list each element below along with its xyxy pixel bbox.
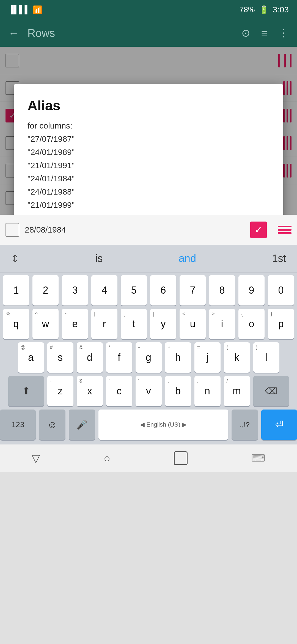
app-bar: ← Rows ⊙ ≡ ⋮ — [0, 19, 297, 47]
key-m[interactable]: /m — [224, 376, 250, 406]
suggestion-1st[interactable]: 1st — [272, 253, 286, 264]
key-w[interactable]: ^w — [32, 309, 59, 339]
column-5: "24/01/1988" — [28, 185, 270, 198]
mic-key[interactable]: 🎤 — [69, 410, 95, 440]
suggestion-expand-icon[interactable]: ⇕ — [11, 253, 19, 264]
emoji-key[interactable]: ☺ — [39, 410, 65, 440]
column-7: "24/01/1999" — [28, 212, 270, 215]
home-nav-button[interactable]: ○ — [104, 452, 110, 465]
key-k[interactable]: (k — [224, 342, 250, 373]
key-1[interactable]: 1 — [3, 275, 29, 305]
key-5[interactable]: 5 — [121, 275, 147, 305]
key-i[interactable]: >i — [209, 309, 235, 339]
status-left: ▐▌▌▌ 📶 — [8, 5, 42, 14]
key-s[interactable]: #s — [47, 342, 73, 373]
key-z[interactable]: -z — [47, 376, 73, 406]
key-y[interactable]: ]y — [150, 309, 176, 339]
keyboard: 1 2 3 4 5 6 7 8 9 0 %q ^w ~e |r [t ]y <u… — [0, 272, 297, 444]
dialog-title: Alias — [28, 98, 270, 114]
filter-button[interactable]: ≡ — [261, 27, 267, 39]
column-1: "27/07/1987" — [28, 132, 270, 146]
clock: 3:03 — [273, 5, 289, 14]
zxcv-row: ⬆ -z $x "c 'v :b ;n /m ⌫ — [0, 376, 297, 406]
key-c[interactable]: "c — [106, 376, 132, 406]
back-nav-button[interactable]: ▽ — [32, 452, 40, 465]
key-v[interactable]: 'v — [136, 376, 162, 406]
dialog-subtitle: for columns: "27/07/1987" "24/01/1989" "… — [28, 119, 270, 215]
row-check-icon[interactable]: ✓ — [250, 222, 267, 238]
navigation-bar: ▽ ○ ⌨ — [0, 444, 297, 472]
key-7[interactable]: 7 — [180, 275, 206, 305]
battery-level: 78% — [240, 5, 255, 14]
row-checkbox-last[interactable] — [6, 223, 19, 237]
page-title: Rows — [28, 27, 233, 39]
suggestion-is[interactable]: is — [95, 253, 103, 264]
key-2[interactable]: 2 — [32, 275, 59, 305]
row-date-last: 28/08/1984 — [25, 225, 250, 234]
key-r[interactable]: |r — [91, 309, 117, 339]
key-g[interactable]: -g — [136, 342, 162, 373]
key-3[interactable]: 3 — [62, 275, 88, 305]
key-o[interactable]: {o — [238, 309, 265, 339]
bottom-row: 123 ☺ 🎤 ◀ English (US) ▶ .,!? ⏎ — [0, 410, 297, 440]
key-j[interactable]: =j — [194, 342, 221, 373]
keyboard-suggestion-bar[interactable]: ⇕ is and 1st — [0, 245, 297, 272]
signal-icon: ▐▌▌▌ — [8, 5, 30, 14]
recents-nav-button[interactable] — [174, 451, 188, 465]
keyboard-nav-button[interactable]: ⌨ — [251, 452, 265, 464]
key-e[interactable]: ~e — [62, 309, 88, 339]
status-bar: ▐▌▌▌ 📶 78% 🔋 3:03 — [0, 0, 297, 19]
key-t[interactable]: [t — [121, 309, 147, 339]
back-button[interactable]: ← — [8, 27, 19, 39]
key-a[interactable]: @a — [18, 342, 44, 373]
number-row: 1 2 3 4 5 6 7 8 9 0 — [0, 275, 297, 305]
battery-icon: 🔋 — [259, 5, 269, 14]
column-6: "21/01/1999" — [28, 198, 270, 212]
key-9[interactable]: 9 — [238, 275, 265, 305]
key-x[interactable]: $x — [77, 376, 103, 406]
last-table-row: 28/08/1984 ✓ — [0, 215, 297, 245]
key-d[interactable]: &d — [77, 342, 103, 373]
key-f[interactable]: *f — [106, 342, 132, 373]
qwerty-row: %q ^w ~e |r [t ]y <u >i {o }p — [0, 309, 297, 339]
column-2: "24/01/1989" — [28, 146, 270, 159]
asdf-row: @a #s &d *f -g +h =j (k )l — [0, 342, 297, 373]
key-b[interactable]: :b — [165, 376, 191, 406]
key-0[interactable]: 0 — [268, 275, 294, 305]
key-p[interactable]: }p — [268, 309, 294, 339]
key-u[interactable]: <u — [180, 309, 206, 339]
column-4: "24/01/1984" — [28, 172, 270, 185]
suggestion-and[interactable]: and — [179, 253, 196, 264]
enter-key[interactable]: ⏎ — [261, 410, 297, 440]
status-right: 78% 🔋 3:03 — [240, 5, 289, 14]
column-3: "21/01/1991" — [28, 159, 270, 172]
key-l[interactable]: )l — [253, 342, 279, 373]
number-switch-key[interactable]: 123 — [0, 410, 36, 440]
key-n[interactable]: ;n — [194, 376, 221, 406]
wifi-icon: 📶 — [33, 5, 42, 14]
space-key[interactable]: ◀ English (US) ▶ — [98, 410, 228, 440]
punct-key[interactable]: .,!? — [232, 410, 258, 440]
shift-key[interactable]: ⬆ — [8, 376, 44, 406]
key-8[interactable]: 8 — [209, 275, 235, 305]
key-q[interactable]: %q — [3, 309, 29, 339]
row-menu-icon[interactable] — [278, 226, 292, 234]
backspace-key[interactable]: ⌫ — [253, 376, 289, 406]
rows-background: ✓ — [0, 47, 297, 215]
key-6[interactable]: 6 — [150, 275, 176, 305]
help-button[interactable]: ⊙ — [241, 27, 250, 39]
more-button[interactable]: ⋮ — [278, 27, 289, 39]
key-h[interactable]: +h — [165, 342, 191, 373]
key-4[interactable]: 4 — [91, 275, 117, 305]
app-bar-actions: ⊙ ≡ ⋮ — [241, 27, 289, 39]
alias-dialog: Alias for columns: "27/07/1987" "24/01/1… — [14, 84, 283, 215]
